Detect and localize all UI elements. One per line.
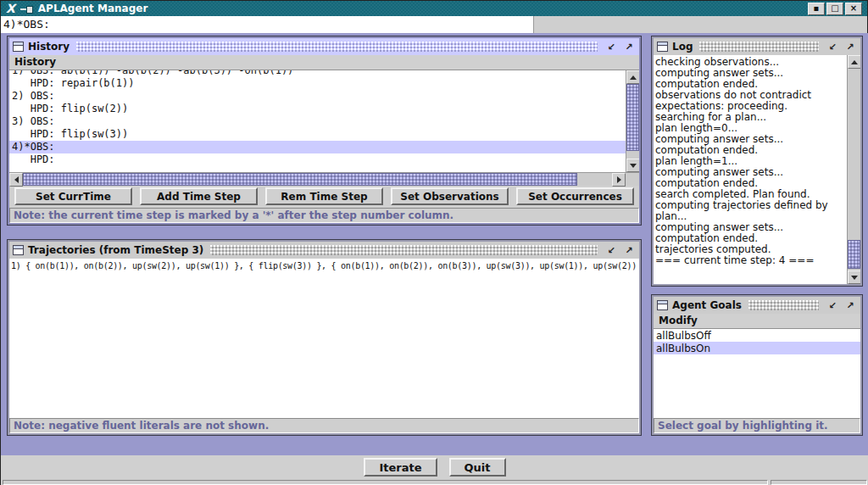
x11-logo-icon[interactable]: X (6, 3, 15, 14)
history-menu[interactable]: History (9, 55, 639, 70)
agent-goals-frame-title: Agent Goals (672, 299, 742, 311)
history-row[interactable]: HPD: repair(b(1)) (9, 77, 626, 90)
frame-maximize-icon[interactable]: ↗ (843, 41, 857, 53)
frame-iconify-icon[interactable]: ↙ (604, 41, 618, 53)
window-titlebar: X APLAgent Manager ▪ □ × (1, 1, 867, 16)
scrollbar-track[interactable] (626, 151, 639, 159)
history-row[interactable]: HPD: flip(sw(2)) (9, 103, 626, 115)
history-action-button[interactable]: Add Time Step (140, 187, 258, 205)
history-row-text: 3) OBS: (12, 115, 55, 127)
scroll-down-icon[interactable] (626, 159, 639, 172)
history-list-region: 1) OBS: ab(b(1)) -ab(b(2)) -ab(b(3)) -on… (9, 70, 639, 172)
history-row-text: 1) OBS: ab(b(1)) -ab(b(2)) -ab(b(3)) -on… (12, 70, 293, 76)
pin-icon[interactable] (20, 5, 33, 13)
trajectories-frame: Trajectories (from TimeStep 3) ↙ ↗ 1) { … (8, 240, 641, 435)
window-title: APLAgent Manager (38, 3, 148, 14)
history-row-text: HPD: flip(sw(2)) (12, 103, 128, 114)
trajectory-line[interactable]: 1) { on(b(1)), on(b(2)), up(sw(2)), up(s… (11, 261, 639, 270)
trajectories-note: Note: negative fluent literals are not s… (9, 418, 639, 433)
log-frame: Log ↙ ↗ checking observations... computi… (652, 36, 862, 286)
scrollbar-thumb[interactable] (23, 173, 577, 186)
agent-goals-frame: Agent Goals ↙ ↗ Modify allBulbsOff allBu… (652, 295, 862, 435)
frame-icon (13, 245, 24, 255)
frame-icon (657, 300, 668, 310)
frame-maximize-icon[interactable]: ↗ (843, 299, 857, 311)
app-window: X APLAgent Manager ▪ □ × 4)*OBS: History… (0, 0, 868, 485)
history-list: 1) OBS: ab(b(1)) -ab(b(2)) -ab(b(3)) -on… (9, 70, 626, 172)
close-icon[interactable]: × (845, 3, 862, 15)
history-action-button[interactable]: Set Occurrences (516, 187, 634, 205)
history-row[interactable]: 4)*OBS: (9, 141, 626, 153)
minimize-icon[interactable]: ▪ (808, 3, 825, 15)
modify-menu[interactable]: Modify (654, 314, 860, 329)
scroll-right-icon[interactable] (612, 173, 626, 187)
frame-icon (657, 42, 668, 52)
iterate-button[interactable]: Iterate (364, 458, 437, 477)
trajectories-list: 1) { on(b(1)), on(b(2)), up(sw(2)), up(s… (9, 259, 639, 418)
history-frame-title: History (28, 41, 70, 53)
history-row-text: HPD: (12, 153, 55, 165)
history-frame-titlebar[interactable]: History ↙ ↗ (9, 38, 639, 55)
titlebar-texture (76, 42, 598, 52)
scroll-left-icon[interactable] (9, 173, 23, 187)
trajectories-frame-title: Trajectories (from TimeStep 3) (28, 244, 203, 256)
frame-maximize-icon[interactable]: ↗ (622, 244, 636, 256)
scroll-up-icon[interactable] (848, 55, 860, 69)
trajectories-frame-titlebar[interactable]: Trajectories (from TimeStep 3) ↙ ↗ (9, 242, 639, 259)
history-row[interactable]: HPD: (9, 153, 626, 166)
obs-text-field[interactable]: 4)*OBS: (1, 16, 534, 33)
scrollbar-thumb[interactable] (848, 240, 860, 269)
goal-item[interactable]: allBulbsOn (654, 342, 860, 354)
history-action-button[interactable]: Rem Time Step (265, 187, 383, 205)
log-frame-title: Log (672, 41, 693, 53)
history-row-text: HPD: repair(b(1)) (12, 77, 135, 89)
quit-button[interactable]: Quit (449, 458, 506, 477)
log-lines: checking observations... computing answe… (654, 55, 847, 284)
history-row[interactable]: 2) OBS: (9, 90, 626, 103)
scrollbar-corner (626, 173, 639, 186)
status-cell (3, 480, 768, 485)
titlebar-texture (748, 300, 819, 310)
top-strip: 4)*OBS: (1, 16, 867, 33)
scroll-down-icon[interactable] (848, 270, 860, 284)
frame-iconify-icon[interactable]: ↙ (604, 244, 618, 256)
history-frame: History ↙ ↗ History 1) OBS: ab(b(1)) -ab… (8, 36, 641, 225)
titlebar-texture (210, 245, 598, 255)
log-region: checking observations... computing answe… (654, 55, 860, 284)
footer-bar: Iterate Quit (1, 455, 868, 479)
scroll-up-icon[interactable] (626, 70, 639, 84)
history-action-button[interactable]: Set Observations (391, 187, 509, 205)
history-horizontal-scrollbar (9, 172, 639, 186)
history-row-text: 4)*OBS: (12, 141, 55, 153)
history-actions: Set CurrTime Add Time Step Rem Time Step… (9, 186, 639, 208)
scrollbar-track[interactable] (577, 173, 612, 186)
titlebar-texture (699, 42, 819, 52)
frame-iconify-icon[interactable]: ↙ (826, 299, 839, 311)
history-row[interactable]: HPD: flip(sw(3)) (9, 128, 626, 141)
scrollbar-thumb[interactable] (626, 84, 639, 151)
history-note: Note: the current time step is marked by… (9, 208, 639, 223)
history-row[interactable]: 3) OBS: (9, 115, 626, 128)
goal-item[interactable]: allBulbsOff (654, 329, 860, 342)
history-action-button[interactable]: Set CurrTime (14, 187, 132, 205)
history-row-text: HPD: flip(sw(3)) (12, 128, 128, 140)
maximize-icon[interactable]: □ (826, 3, 843, 15)
log-vertical-scrollbar (847, 55, 860, 284)
window-controls: ▪ □ × (808, 3, 862, 15)
log-frame-titlebar[interactable]: Log ↙ ↗ (654, 38, 860, 55)
agent-goals-frame-titlebar[interactable]: Agent Goals ↙ ↗ (654, 297, 860, 314)
scrollbar-track[interactable] (848, 69, 860, 270)
desktop-pane: History ↙ ↗ History 1) OBS: ab(b(1)) -ab… (1, 33, 868, 455)
frame-iconify-icon[interactable]: ↙ (826, 41, 839, 53)
history-vertical-scrollbar (626, 70, 639, 172)
agent-goals-note: Select goal by highlighting it. (654, 418, 860, 433)
log-line: === current time step: 4 === (655, 255, 847, 266)
status-bar (1, 479, 868, 485)
history-row[interactable]: 1) OBS: ab(b(1)) -ab(b(2)) -ab(b(3)) -on… (9, 70, 626, 77)
frame-maximize-icon[interactable]: ↗ (622, 41, 636, 53)
goals-list: allBulbsOff allBulbsOn (654, 329, 860, 418)
history-row-text: 2) OBS: (12, 90, 55, 102)
resize-grip[interactable] (771, 480, 867, 485)
frame-icon (13, 42, 24, 52)
